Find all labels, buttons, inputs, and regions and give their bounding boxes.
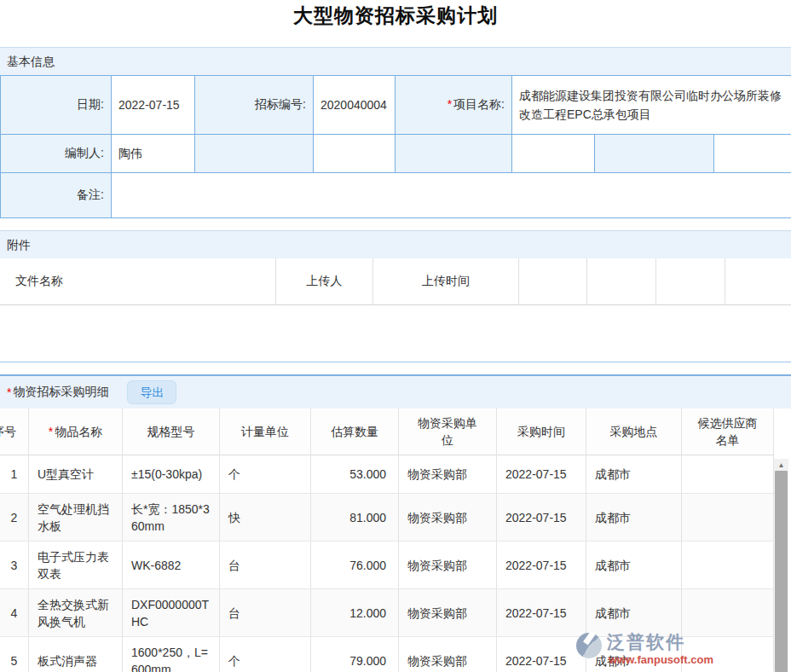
date-label: 日期: <box>1 76 112 135</box>
cell-spec: DXF0000000THC <box>123 589 220 637</box>
remark-label: 备注: <box>1 173 112 218</box>
cell-item-name: 空气处理机挡水板 <box>29 494 123 542</box>
attachments-table: 文件名称 上传人 上传时间 <box>0 258 791 362</box>
col-est-qty: 估算数量 <box>311 408 399 455</box>
col-candidate-suppliers: 候选供应商名单 <box>682 408 774 455</box>
col-seq: 序号 <box>0 408 29 455</box>
empty-value-cell <box>314 135 396 173</box>
cell-place: 成都市 <box>586 455 682 494</box>
cell-item-name: 电子式压力表双表 <box>29 542 123 589</box>
procurement-plan-page: 大型物资招标采购计划 基本信息 日期: 2022-07-15 招标编号: 202… <box>0 0 791 672</box>
attach-col-uploader: 上传人 <box>276 258 373 304</box>
scroll-up-arrow-icon[interactable]: ▲ <box>774 459 788 471</box>
details-panel: * 物资招标采购明细 导出 序号 *物品名称 规格型号 计量单位 估算数量 物资… <box>0 374 791 672</box>
attach-col-upload-time: 上传时间 <box>373 258 519 304</box>
cell-seq: 2 <box>0 494 29 542</box>
cell-dept: 物资采购部 <box>399 542 497 589</box>
attachments-header-row: 文件名称 上传人 上传时间 <box>0 258 791 305</box>
table-row: 1 U型真空计 ±15(0-30kpa) 个 53.000 物资采购部 2022… <box>0 455 774 494</box>
bid-no-value: 2020040004 <box>314 76 396 135</box>
cell-seq: 3 <box>0 542 29 589</box>
cell-spec: 长*宽：1850*360mm <box>123 494 220 542</box>
cell-item-name: 板式消声器 <box>29 637 123 672</box>
details-section-header: * 物资招标采购明细 导出 <box>0 376 791 408</box>
cell-time: 2022-07-15 <box>497 589 586 637</box>
author-value: 陶伟 <box>112 135 195 173</box>
cell-dept: 物资采购部 <box>399 589 497 637</box>
cell-qty: 12.000 <box>311 589 399 637</box>
basic-info-form: 日期: 2022-07-15 招标编号: 2020040004 *项目名称: 成… <box>0 75 791 218</box>
cell-unit: 个 <box>220 637 311 672</box>
cell-place: 成都市 <box>586 542 682 589</box>
attach-col-empty <box>656 258 725 304</box>
watermark-brand: 泛普软件 <box>607 630 685 654</box>
required-asterisk: * <box>7 385 11 399</box>
cell-place: 成都市 <box>586 494 682 542</box>
cell-time: 2022-07-15 <box>497 542 586 589</box>
attach-col-empty <box>587 258 656 304</box>
basic-info-section-header: 基本信息 <box>0 47 791 75</box>
attach-col-empty <box>519 258 587 304</box>
cell-time: 2022-07-15 <box>497 455 586 494</box>
details-header-row: 序号 *物品名称 规格型号 计量单位 估算数量 物资采购单位 采购时间 采购地点… <box>0 408 774 455</box>
cell-qty: 53.000 <box>311 455 399 494</box>
cell-seq: 1 <box>0 455 29 494</box>
cell-qty: 76.000 <box>311 542 399 589</box>
cell-spec: WK-6882 <box>123 542 220 589</box>
watermark-url: www.fanpusoft.com <box>609 653 713 666</box>
cell-dept: 物资采购部 <box>399 455 497 494</box>
cell-unit: 个 <box>220 455 311 494</box>
cell-unit: 台 <box>220 542 311 589</box>
details-section-title: 物资招标采购明细 <box>13 385 108 400</box>
required-asterisk: * <box>447 97 452 111</box>
cell-qty: 79.000 <box>311 637 399 672</box>
bid-no-label: 招标编号: <box>195 76 314 135</box>
date-value: 2022-07-15 <box>112 76 195 135</box>
attach-col-empty <box>725 258 791 304</box>
empty-label-cell <box>396 135 512 173</box>
table-row: 2 空气处理机挡水板 长*宽：1850*360mm 快 81.000 物资采购部… <box>0 494 774 542</box>
empty-label-cell <box>195 135 314 173</box>
col-item-name: *物品名称 <box>29 408 123 455</box>
empty-value-cell <box>512 135 595 173</box>
page-title: 大型物资招标采购计划 <box>0 0 791 34</box>
cell-seq: 5 <box>0 637 29 672</box>
empty-label-cell <box>595 135 714 173</box>
cell-dept: 物资采购部 <box>399 637 497 672</box>
table-row: 3 电子式压力表双表 WK-6882 台 76.000 物资采购部 2022-0… <box>0 542 774 589</box>
cell-unit: 台 <box>220 589 311 637</box>
export-button[interactable]: 导出 <box>127 380 176 404</box>
col-purchase-time: 采购时间 <box>497 408 586 455</box>
cell-time: 2022-07-15 <box>497 494 586 542</box>
attach-col-filename: 文件名称 <box>0 258 276 304</box>
cell-suppliers <box>682 455 774 494</box>
cell-item-name: 全热交换式新风换气机 <box>29 589 123 637</box>
cell-item-name: U型真空计 <box>29 455 123 494</box>
attachments-section-header: 附件 <box>0 230 791 258</box>
col-unit: 计量单位 <box>220 408 311 455</box>
col-purchase-dept: 物资采购单位 <box>399 408 497 455</box>
fanpu-logo-icon <box>576 633 602 658</box>
project-name-label: *项目名称: <box>396 76 512 135</box>
cell-unit: 快 <box>220 494 311 542</box>
cell-dept: 物资采购部 <box>399 494 497 542</box>
cell-suppliers <box>682 494 774 542</box>
cell-seq: 4 <box>0 589 29 637</box>
project-name-value: 成都能源建设集团投资有限公司临时办公场所装修改造工程EPC总承包项目 <box>512 76 791 135</box>
cell-spec: ±15(0-30kpa) <box>123 455 220 494</box>
col-spec-model: 规格型号 <box>123 408 220 455</box>
cell-suppliers <box>682 542 774 589</box>
author-label: 编制人: <box>1 135 112 173</box>
empty-value-cell <box>714 135 791 173</box>
cell-time: 2022-07-15 <box>497 637 586 672</box>
remark-value <box>112 173 791 218</box>
col-purchase-place: 采购地点 <box>586 408 682 455</box>
cell-qty: 81.000 <box>311 494 399 542</box>
cell-spec: 1600*250，L=600mm <box>123 637 220 672</box>
vendor-watermark: 泛普软件 www.fanpusoft.com <box>576 629 781 669</box>
